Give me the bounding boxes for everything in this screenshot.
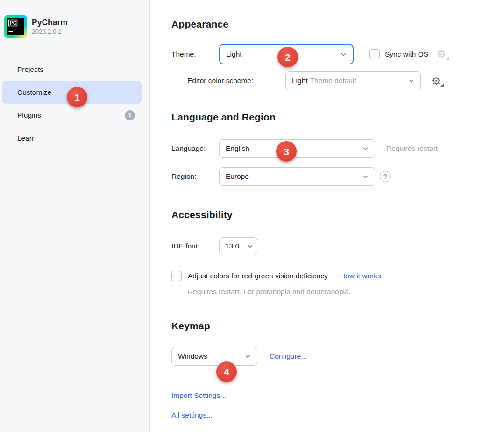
- annotation-step-2: 2: [277, 47, 298, 67]
- editor-color-scheme-label: Editor color scheme:: [187, 77, 276, 85]
- configure-link[interactable]: Configure...: [270, 352, 307, 361]
- scheme-settings-gear-button[interactable]: [431, 75, 442, 86]
- theme-label: Theme:: [171, 50, 219, 58]
- plugins-count-badge: 1: [125, 110, 135, 120]
- sidebar-item-label: Learn: [17, 127, 36, 149]
- ide-font-value: 13.0: [220, 238, 243, 255]
- sidebar-item-projects[interactable]: Projects: [2, 58, 142, 81]
- region-label: Region:: [171, 172, 219, 181]
- keymap-select[interactable]: Windows 4: [171, 347, 257, 366]
- pycharm-logo-icon: PC: [4, 15, 27, 40]
- sync-settings-gear-button[interactable]: [436, 49, 447, 60]
- ide-font-label: IDE font:: [171, 242, 219, 250]
- gear-icon: [431, 75, 442, 86]
- keymap-heading: Keymap: [171, 320, 504, 332]
- sidebar: PC PyCharm 2025.2.0.1 Projects Customize…: [0, 0, 150, 432]
- ide-font-dropdown-button[interactable]: [243, 238, 257, 255]
- appearance-heading: Appearance: [171, 19, 504, 30]
- region-select[interactable]: Europe: [219, 167, 375, 186]
- import-settings-link[interactable]: Import Settings...: [171, 391, 226, 400]
- sidebar-menu: Projects Customize 1 Plugins 1 Learn: [0, 58, 149, 149]
- scheme-value: Light: [292, 77, 308, 85]
- region-help-icon[interactable]: ?: [380, 171, 391, 182]
- chevron-down-icon: [408, 78, 415, 85]
- ide-font-combobox[interactable]: 13.0: [219, 237, 257, 255]
- sync-with-os-checkbox[interactable]: [369, 49, 380, 59]
- adjust-colors-note: Requires restart. For protanopia and deu…: [188, 288, 504, 296]
- language-label: Language:: [171, 144, 219, 153]
- theme-select[interactable]: Light 2: [219, 44, 354, 64]
- language-select[interactable]: English 3: [219, 139, 375, 158]
- sidebar-item-label: Projects: [17, 58, 43, 81]
- adjust-colors-checkbox[interactable]: [171, 271, 182, 281]
- sidebar-item-plugins[interactable]: Plugins 1: [2, 104, 142, 127]
- chevron-down-icon: [340, 51, 347, 58]
- sidebar-item-label: Plugins: [17, 104, 41, 127]
- annotation-step-1: 1: [67, 87, 87, 107]
- sidebar-item-customize[interactable]: Customize 1: [2, 81, 142, 104]
- svg-text:PC: PC: [10, 21, 16, 26]
- product-version: 2025.2.0.1: [32, 28, 68, 36]
- customize-panel: Appearance Theme: Light 2 Sync with OS E…: [150, 0, 504, 432]
- keymap-value: Windows: [178, 352, 244, 361]
- language-region-heading: Language and Region: [171, 112, 504, 123]
- scheme-value-suffix: Theme default: [310, 77, 356, 85]
- adjust-colors-label: Adjust colors for red-green vision defic…: [188, 272, 328, 280]
- sync-with-os-label: Sync with OS: [385, 50, 428, 58]
- annotation-step-4: 4: [216, 361, 237, 382]
- how-it-works-link[interactable]: How it works: [340, 272, 381, 280]
- chevron-down-icon: [362, 173, 369, 180]
- gear-icon: [436, 49, 447, 60]
- chevron-down-icon: [247, 243, 254, 250]
- chevron-down-icon: [244, 353, 251, 360]
- chevron-down-icon: [362, 145, 369, 152]
- sidebar-item-learn[interactable]: Learn: [2, 127, 142, 149]
- editor-color-scheme-select[interactable]: Light Theme default: [285, 71, 421, 90]
- annotation-step-3: 3: [276, 141, 297, 162]
- all-settings-link[interactable]: All settings...: [171, 411, 213, 419]
- language-restart-note: Requires restart: [386, 144, 438, 153]
- region-value: Europe: [226, 172, 362, 181]
- accessibility-heading: Accessibility: [171, 209, 504, 220]
- brand: PC PyCharm 2025.2.0.1: [4, 15, 149, 40]
- sidebar-item-label: Customize: [17, 81, 51, 104]
- product-name: PyCharm: [32, 17, 68, 28]
